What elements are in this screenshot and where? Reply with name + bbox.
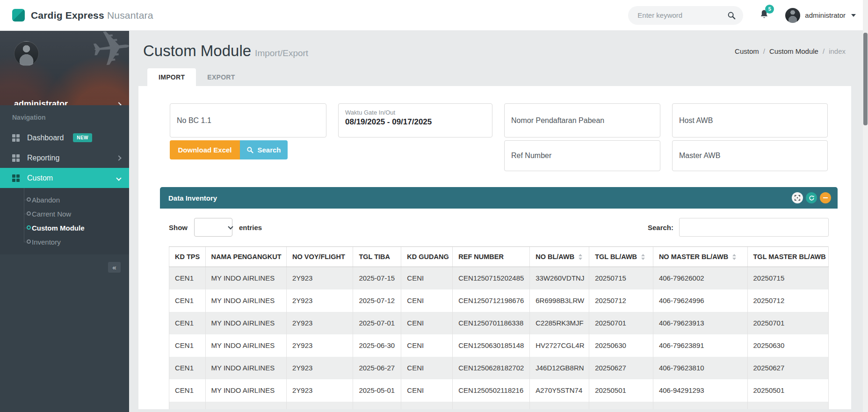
table-cell: 2Y923 bbox=[286, 267, 353, 289]
table-cell: 2025-06-27 bbox=[353, 357, 401, 379]
search-input[interactable] bbox=[628, 6, 743, 25]
notification-badge: 5 bbox=[765, 5, 774, 14]
column-header-label: TGL TIBA bbox=[359, 253, 390, 261]
master-awb-input[interactable] bbox=[672, 140, 828, 171]
topbar-right: 5 administrator bbox=[628, 6, 856, 25]
user-menu[interactable]: administrator bbox=[785, 8, 856, 23]
inventory-table-header-row: KD TPSNAMA PENGANGKUTNO VOY/FLIGHTTGL TI… bbox=[169, 247, 829, 267]
tab-import[interactable]: IMPORT bbox=[147, 68, 196, 86]
table-cell: HV2727CGL4R bbox=[530, 334, 589, 357]
column-header-label: NO BL/AWB bbox=[535, 253, 574, 261]
table-cell: CEN1250502118216 bbox=[453, 379, 530, 402]
custom-submenu: Abandon Carrent Now Custom Module Invent… bbox=[0, 188, 129, 254]
table-cell: CEN1 bbox=[169, 379, 206, 402]
ref-number-input[interactable] bbox=[504, 140, 660, 171]
airplane-photo-icon: ✈ bbox=[89, 31, 129, 75]
table-cell: CEN1 bbox=[169, 334, 206, 357]
table-cell: 2025-07-12 bbox=[353, 289, 401, 312]
brand: Cardig Express Nusantara bbox=[12, 9, 153, 22]
grid-icon bbox=[12, 134, 20, 142]
panel-title: Data Inventory bbox=[168, 194, 217, 202]
date-range-value: 08/19/2025 - 09/17/2025 bbox=[345, 117, 485, 127]
table-cell bbox=[653, 402, 747, 410]
column-header-label: KD GUDANG bbox=[407, 253, 448, 261]
sidebar-item-reporting[interactable]: Reporting bbox=[0, 148, 129, 168]
no-bc-input[interactable] bbox=[170, 103, 326, 137]
brand-name-bold: Cardig Express bbox=[31, 10, 104, 21]
filter-search-button[interactable]: Search bbox=[240, 140, 288, 159]
table-cell: 2025-06-30 bbox=[353, 334, 401, 357]
search-icon[interactable] bbox=[727, 11, 736, 20]
table-cell: 33W260VDTNJ bbox=[530, 267, 589, 289]
breadcrumb-index: index bbox=[829, 47, 846, 55]
table-cell bbox=[286, 402, 353, 410]
table-cell: 20250701 bbox=[589, 312, 653, 334]
sidebar-item-dashboard[interactable]: Dashboard NEW bbox=[0, 128, 129, 148]
breadcrumb-custom[interactable]: Custom bbox=[735, 47, 759, 55]
tab-bar: IMPORT EXPORT bbox=[147, 68, 868, 86]
table-cell: CENI bbox=[401, 379, 453, 402]
expand-button[interactable] bbox=[792, 192, 803, 203]
entries-select[interactable] bbox=[194, 218, 232, 237]
table-cell: CEN1 bbox=[169, 357, 206, 379]
column-header[interactable]: TGL BL/AWB bbox=[589, 247, 653, 267]
brand-text: Cardig Express Nusantara bbox=[31, 10, 153, 21]
table-cell: 406-79624996 bbox=[653, 289, 747, 312]
column-header: TGL MASTER BL/AWB bbox=[747, 247, 828, 267]
column-header-label: TGL MASTER BL/AWB bbox=[753, 253, 826, 261]
sort-icon bbox=[732, 254, 736, 260]
sidebar-item-custom-module[interactable]: Custom Module bbox=[0, 221, 129, 235]
column-header[interactable]: NO BL/AWB bbox=[530, 247, 589, 267]
sidebar-item-inventory[interactable]: Inventory bbox=[0, 235, 129, 249]
table-cell: 2025-05-01 bbox=[353, 379, 401, 402]
table-cell: 20250701 bbox=[747, 312, 828, 334]
bullet-icon bbox=[27, 239, 31, 244]
table-cell: 2Y923 bbox=[286, 289, 353, 312]
column-header[interactable]: NO MASTER BL/AWB bbox=[653, 247, 747, 267]
nomor-pendaftaran-input[interactable] bbox=[504, 103, 660, 137]
table-search-input[interactable] bbox=[679, 218, 829, 237]
tab-export[interactable]: EXPORT bbox=[196, 68, 246, 86]
table-cell: CENI bbox=[401, 334, 453, 357]
inventory-table-body: CEN1MY INDO AIRLINES2Y9232025-07-15CENIC… bbox=[169, 267, 829, 410]
sidebar-collapse-button[interactable]: « bbox=[108, 262, 121, 273]
page-scrollbar[interactable] bbox=[863, 0, 868, 412]
sidebar-item-abandon[interactable]: Abandon bbox=[0, 193, 129, 207]
table-cell bbox=[747, 402, 828, 410]
table-cell: 20250715 bbox=[589, 267, 653, 289]
table-cell: CEN1250712198676 bbox=[453, 289, 530, 312]
download-excel-button[interactable]: Download Excel bbox=[170, 140, 240, 159]
date-range-picker[interactable]: Waktu Gate In/Out 08/19/2025 - 09/17/202… bbox=[338, 103, 492, 137]
table-cell: 2025-07-15 bbox=[353, 267, 401, 289]
sidebar-user-panel[interactable]: ✈ administrator administrator@gmail.com bbox=[0, 31, 129, 105]
table-cell: CEN1 bbox=[169, 312, 206, 334]
table-cell bbox=[169, 402, 206, 410]
page-title: Custom ModuleImport/Export bbox=[143, 42, 308, 60]
sidebar-item-carrent-now[interactable]: Carrent Now bbox=[0, 207, 129, 221]
table-cell: 20250712 bbox=[589, 289, 653, 312]
fullscreen-icon bbox=[795, 195, 800, 201]
panel-header: Data Inventory bbox=[160, 187, 838, 209]
new-badge: NEW bbox=[73, 133, 92, 142]
table-row: CEN1MY INDO AIRLINES2Y9232025-07-12CENIC… bbox=[169, 289, 829, 312]
notifications-button[interactable]: 5 bbox=[759, 9, 769, 22]
refresh-button[interactable] bbox=[806, 192, 817, 203]
breadcrumb-custom-module[interactable]: Custom Module bbox=[769, 47, 818, 55]
table-search-label: Search: bbox=[648, 224, 673, 231]
host-awb-input[interactable] bbox=[672, 103, 828, 137]
sidebar-item-custom[interactable]: Custom bbox=[0, 168, 129, 188]
table-cell: 2Y923 bbox=[286, 312, 353, 334]
entries-label: entries bbox=[239, 224, 262, 231]
table-cell: 2Y923 bbox=[286, 334, 353, 357]
table-cell: 2Y923 bbox=[286, 379, 353, 402]
sidebar-nav: Navigation Dashboard NEW Reporting Custo… bbox=[0, 105, 129, 412]
table-cell: CENI bbox=[401, 289, 453, 312]
table-cell: CENI bbox=[401, 357, 453, 379]
table-cell bbox=[589, 402, 653, 410]
filter-buttons: Download Excel Search bbox=[170, 140, 326, 159]
table-cell: CEN1250628182702 bbox=[453, 357, 530, 379]
inventory-table: KD TPSNAMA PENGANGKUTNO VOY/FLIGHTTGL TI… bbox=[169, 246, 829, 409]
collapse-panel-button[interactable] bbox=[820, 192, 831, 203]
scrollbar-thumb[interactable] bbox=[863, 33, 868, 125]
column-header-label: NO MASTER BL/AWB bbox=[659, 253, 728, 261]
